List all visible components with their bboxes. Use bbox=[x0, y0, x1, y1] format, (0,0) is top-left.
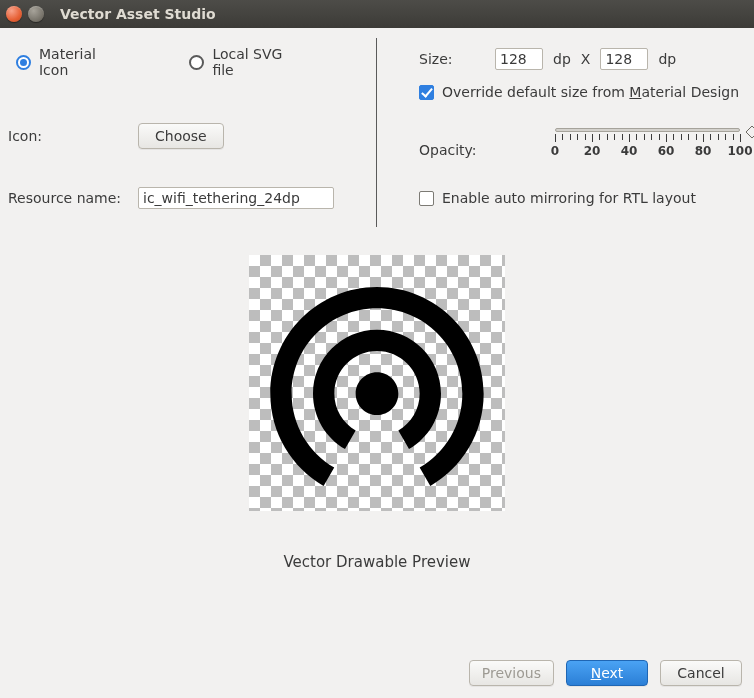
radio-material-icon-input[interactable] bbox=[16, 55, 31, 70]
dialog-content: Material Icon Local SVG file Icon: Choos… bbox=[0, 28, 754, 571]
window-titlebar: Vector Asset Studio bbox=[0, 0, 754, 28]
rtl-mirror-row[interactable]: Enable auto mirroring for RTL layout bbox=[419, 190, 740, 206]
override-size-row[interactable]: Override default size from Material Desi… bbox=[419, 84, 740, 100]
radio-local-svg[interactable]: Local SVG file bbox=[189, 46, 308, 78]
right-column: Size: dp X dp Override default size from… bbox=[376, 38, 746, 227]
window-title: Vector Asset Studio bbox=[60, 6, 216, 22]
svg-marker-0 bbox=[746, 126, 754, 138]
rtl-mirror-label: Enable auto mirroring for RTL layout bbox=[442, 190, 696, 206]
icon-label: Icon: bbox=[8, 128, 138, 144]
opacity-slider[interactable]: 020406080100 bbox=[495, 128, 740, 162]
cancel-button[interactable]: Cancel bbox=[660, 660, 742, 686]
previous-button: Previous bbox=[469, 660, 554, 686]
asset-source-group: Material Icon Local SVG file bbox=[8, 46, 368, 78]
left-column: Material Icon Local SVG file Icon: Choos… bbox=[8, 38, 376, 227]
wifi-tethering-icon bbox=[249, 255, 505, 511]
size-separator: X bbox=[581, 51, 591, 67]
choose-button[interactable]: Choose bbox=[138, 123, 224, 149]
radio-local-svg-input[interactable] bbox=[189, 55, 204, 70]
resource-name-input[interactable] bbox=[138, 187, 334, 209]
preview-canvas bbox=[249, 255, 505, 511]
rtl-mirror-checkbox[interactable] bbox=[419, 191, 434, 206]
size-width-input[interactable] bbox=[495, 48, 543, 70]
override-size-checkbox[interactable] bbox=[419, 85, 434, 100]
resource-name-label: Resource name: bbox=[8, 190, 138, 206]
next-button[interactable]: Next bbox=[566, 660, 648, 686]
dialog-footer: Previous Next Cancel bbox=[469, 660, 742, 686]
minimize-icon[interactable] bbox=[28, 6, 44, 22]
preview-section: Vector Drawable Preview bbox=[8, 255, 746, 571]
icon-row: Icon: Choose bbox=[8, 123, 368, 149]
radio-local-svg-label: Local SVG file bbox=[212, 46, 308, 78]
radio-material-icon-label: Material Icon bbox=[39, 46, 129, 78]
preview-caption: Vector Drawable Preview bbox=[283, 553, 470, 571]
resource-name-row: Resource name: bbox=[8, 187, 368, 209]
radio-material-icon[interactable]: Material Icon bbox=[16, 46, 129, 78]
size-row: Size: dp X dp bbox=[419, 48, 740, 70]
size-height-input[interactable] bbox=[600, 48, 648, 70]
size-height-unit: dp bbox=[658, 51, 676, 67]
opacity-row: Opacity: 020406080100 bbox=[419, 128, 740, 162]
opacity-slider-ticks: 020406080100 bbox=[555, 134, 740, 162]
opacity-label: Opacity: bbox=[419, 128, 495, 158]
close-icon[interactable] bbox=[6, 6, 22, 22]
size-width-unit: dp bbox=[553, 51, 571, 67]
size-label: Size: bbox=[419, 51, 495, 67]
override-size-label: Override default size from Material Desi… bbox=[442, 84, 739, 100]
